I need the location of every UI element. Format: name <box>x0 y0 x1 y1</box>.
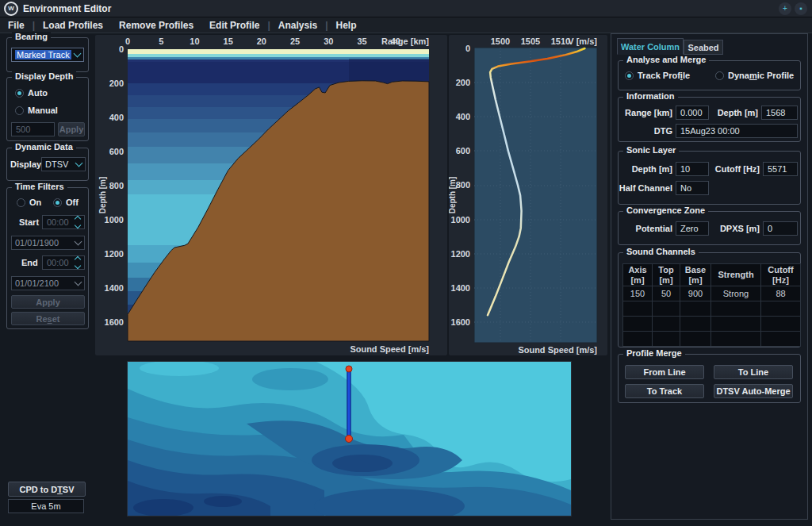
sonic-layer-group: Sonic Layer Depth [m] 10 Cutoff [Hz] 557… <box>618 151 801 205</box>
svg-text:Range [km]: Range [km] <box>381 36 429 46</box>
depth-field[interactable]: 1568 <box>761 106 798 120</box>
bearing-select[interactable]: Marked Track <box>11 48 84 62</box>
sound-channels-group: Sound Channels Axis [m]Top [m]Base [m]St… <box>618 252 801 347</box>
start-label: Start <box>19 217 39 227</box>
potential-field[interactable]: Zero <box>676 221 709 236</box>
start-time-spinner[interactable]: 00:00 <box>42 215 85 229</box>
svg-text:400: 400 <box>109 113 124 122</box>
cpd-to-dtsv-button[interactable]: CPD to DTSV <box>8 482 86 497</box>
information-legend: Information <box>623 91 678 101</box>
tab-seabed[interactable]: Seabed <box>684 40 723 55</box>
menu-edit-profile[interactable]: Edit Profile <box>201 20 267 31</box>
to-line-button[interactable]: To Line <box>714 365 793 379</box>
cpd-label-pre: CPD to D <box>19 485 57 494</box>
sound-channels-legend: Sound Channels <box>623 247 699 256</box>
from-line-button[interactable]: From Line <box>625 365 704 379</box>
dpxs-field[interactable]: 0 <box>763 221 798 236</box>
svg-text:25: 25 <box>290 36 300 46</box>
end-label: End <box>21 258 38 267</box>
radio-icon <box>715 71 724 80</box>
convergence-zone-group: Convergence Zone Potential Zero DPXS [m]… <box>618 211 801 245</box>
time-filters-group: Time Filters On Off Start 00:00 01/01/19… <box>6 187 89 329</box>
time-reset-button: Reset <box>11 312 85 325</box>
ssp-plot-area <box>474 48 597 343</box>
potential-label: Potential <box>622 224 672 233</box>
svg-text:1200: 1200 <box>451 249 470 259</box>
auto-radio[interactable]: Auto <box>15 88 48 98</box>
eva-5m-button[interactable]: Eva 5m <box>8 499 84 513</box>
profile-merge-group: Profile Merge From Line To Line To Track… <box>618 354 801 403</box>
display-depth-group: Display Depth Auto Manual 500 Apply <box>6 77 89 141</box>
svg-text:1200: 1200 <box>105 249 124 259</box>
chevron-down-icon <box>75 278 82 286</box>
right-panel: Water Column Seabed Analyse and Merge Tr… <box>611 33 808 520</box>
menu-help[interactable]: Help <box>328 20 365 31</box>
tab-water-column[interactable]: Water Column <box>617 38 684 55</box>
app-logo-icon: W <box>4 2 18 16</box>
half-channel-field[interactable]: No <box>676 181 709 195</box>
svg-text:5: 5 <box>159 36 163 46</box>
svg-text:Sound Speed [m/s]: Sound Speed [m/s] <box>518 345 597 355</box>
svg-text:1600: 1600 <box>105 317 124 327</box>
menu-remove-profiles[interactable]: Remove Profiles <box>111 20 201 31</box>
sonic-depth-label: Depth [m] <box>622 164 672 174</box>
dynamic-data-legend: Dynamic Data <box>12 142 76 152</box>
off-label: Off <box>66 198 79 207</box>
svg-text:10: 10 <box>190 36 199 46</box>
svg-text:0: 0 <box>465 44 470 53</box>
track-profile-radio[interactable]: Track Profile <box>625 71 690 80</box>
dynamic-profile-radio[interactable]: Dynamic Profile <box>715 71 794 80</box>
environment-editor-window: W Environment Editor + ▪ File | Load Pro… <box>0 0 812 526</box>
track-end-marker[interactable] <box>346 436 353 443</box>
map-deepest-patch <box>204 496 242 507</box>
convergence-zone-legend: Convergence Zone <box>623 205 708 215</box>
close-button[interactable]: ▪ <box>795 2 807 15</box>
dtsv-auto-merge-button[interactable]: DTSV Auto-Merge <box>714 384 793 398</box>
manual-label: Manual <box>28 106 58 115</box>
sound-speed-profile-chart[interactable]: 150015051510V [m/s] 02004006008001000120… <box>449 35 607 355</box>
spinner-arrows-icon[interactable] <box>75 257 80 268</box>
end-time-spinner[interactable]: 00:00 <box>42 255 85 270</box>
sonic-depth-field[interactable]: 10 <box>676 162 709 176</box>
menu-load-profiles[interactable]: Load Profiles <box>35 20 111 31</box>
manual-depth-input: 500 <box>11 122 55 136</box>
dtg-field[interactable]: 15Aug23 00:00 <box>676 124 798 138</box>
manual-radio[interactable]: Manual <box>15 106 58 115</box>
svg-text:200: 200 <box>456 78 470 87</box>
svg-text:Sound Speed [m/s]: Sound Speed [m/s] <box>350 344 429 354</box>
dynamic-data-value: DTSV <box>45 159 68 169</box>
end-date-select[interactable]: 01/01/2100 <box>11 276 85 290</box>
dtg-label: DTG <box>622 126 672 136</box>
analyse-and-merge-group: Analyse and Merge Track Profile Dynamic … <box>618 60 801 90</box>
chevron-down-icon <box>74 50 82 58</box>
svg-text:V [m/s]: V [m/s] <box>568 36 597 46</box>
start-date-value: 01/01/1900 <box>15 238 59 248</box>
water-column-chart[interactable]: 0510152025303540Range [km] 0200400600800… <box>95 35 447 355</box>
time-off-radio[interactable]: Off <box>53 198 79 207</box>
time-on-radio[interactable]: On <box>17 198 41 207</box>
svg-text:15: 15 <box>224 36 233 46</box>
start-date-select[interactable]: 01/01/1900 <box>11 236 85 250</box>
track-start-marker[interactable] <box>346 366 352 372</box>
to-track-button[interactable]: To Track <box>625 384 704 398</box>
end-time-value: 00:00 <box>47 258 69 267</box>
menu-file[interactable]: File <box>0 20 33 31</box>
range-field[interactable]: 0.000 <box>676 106 709 120</box>
information-group: Information Range [km] 0.000 Depth [m] 1… <box>618 97 801 142</box>
sonic-cutoff-label: Cutoff [Hz] <box>712 164 760 174</box>
maximize-button[interactable]: + <box>779 2 791 15</box>
radio-icon <box>53 198 62 207</box>
sound-channels-table[interactable]: Axis [m]Top [m]Base [m]StrengthCutoff [H… <box>622 263 801 347</box>
sonic-cutoff-field[interactable]: 5571 <box>763 162 798 176</box>
time-filters-legend: Time Filters <box>12 182 67 191</box>
menu-analysis[interactable]: Analysis <box>270 20 325 31</box>
dynamic-data-select[interactable]: DTSV <box>41 157 86 171</box>
map-contour <box>332 455 393 472</box>
dpxs-label: DPXS [m] <box>712 224 760 233</box>
bathymetry-map[interactable] <box>127 361 572 516</box>
menu-bar: File | Load Profiles Remove Profiles Edi… <box>0 17 812 33</box>
chevron-down-icon <box>75 238 82 246</box>
track-profile-label: Track Profile <box>638 71 690 80</box>
map-contour <box>252 368 328 390</box>
spinner-arrows-icon[interactable] <box>75 217 80 228</box>
